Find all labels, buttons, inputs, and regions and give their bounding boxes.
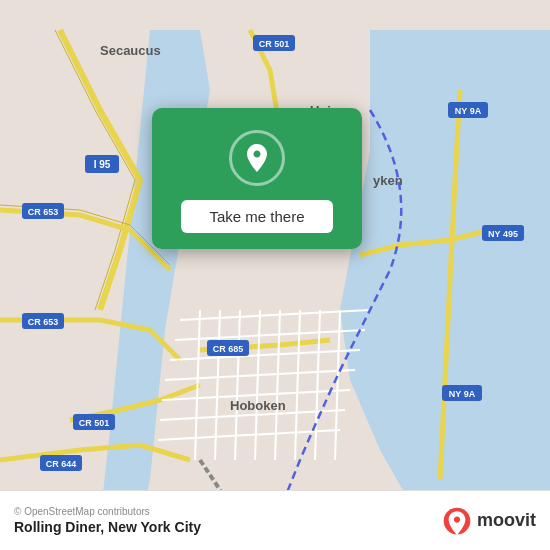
- svg-text:Hoboken: Hoboken: [230, 398, 286, 413]
- svg-text:NY 9A: NY 9A: [455, 106, 482, 116]
- svg-text:CR 685: CR 685: [213, 344, 244, 354]
- svg-text:CR 501: CR 501: [259, 39, 290, 49]
- bottom-left: © OpenStreetMap contributors Rolling Din…: [14, 506, 201, 535]
- svg-text:Secaucus: Secaucus: [100, 43, 161, 58]
- svg-text:CR 501: CR 501: [79, 418, 110, 428]
- svg-text:CR 644: CR 644: [46, 459, 77, 469]
- pin-icon-container: [229, 130, 285, 186]
- moovit-icon: [443, 507, 471, 535]
- svg-text:NY 9A: NY 9A: [449, 389, 476, 399]
- moovit-text: moovit: [477, 510, 536, 531]
- moovit-logo: moovit: [443, 507, 536, 535]
- bottom-bar: © OpenStreetMap contributors Rolling Din…: [0, 490, 550, 550]
- location-name: Rolling Diner, New York City: [14, 519, 201, 535]
- take-me-there-button[interactable]: Take me there: [181, 200, 332, 233]
- map-background: I 95 CR 653 CR 653 CR 501 NY 9A NY 495 N…: [0, 0, 550, 550]
- svg-text:CR 653: CR 653: [28, 207, 59, 217]
- location-card: Take me there: [152, 108, 362, 249]
- copyright-text: © OpenStreetMap contributors: [14, 506, 201, 517]
- svg-text:NY 495: NY 495: [488, 229, 518, 239]
- svg-text:I 95: I 95: [94, 159, 111, 170]
- map-container: I 95 CR 653 CR 653 CR 501 NY 9A NY 495 N…: [0, 0, 550, 550]
- svg-text:CR 653: CR 653: [28, 317, 59, 327]
- pin-icon: [241, 142, 273, 174]
